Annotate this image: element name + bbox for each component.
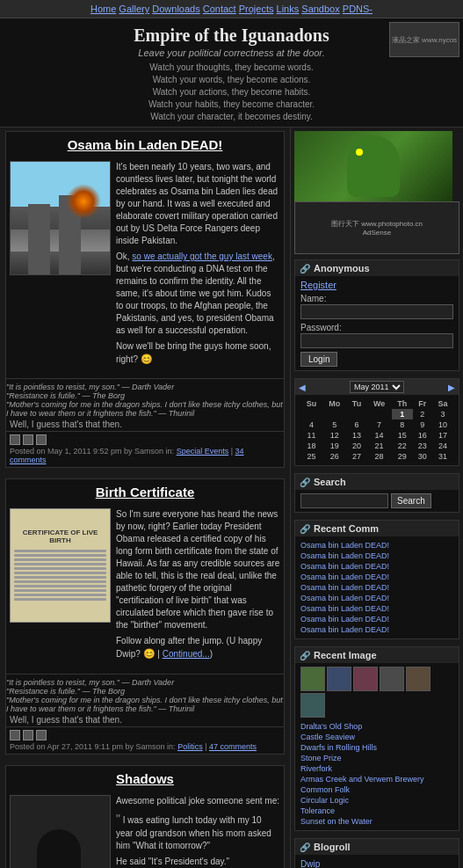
page-layout: Osama bin Laden DEAD! It's been nearly 1… [0,128,463,868]
recent-comments-content: Osama bin Laden DEAD! Osama bin Laden DE… [295,536,459,638]
post3-title: Shadows [6,766,284,791]
cal-header-sa: Sa [432,398,453,409]
cal-header-mo: Mo [322,398,347,409]
search-widget-content: Search [295,490,459,512]
recent-comment-5[interactable]: Osama bin Laden DEAD! [300,582,453,593]
recent-img-label-5[interactable]: Riverfork [300,763,453,774]
recent-img-label-7[interactable]: Common Folk [300,784,453,795]
post-icon-2 [23,434,33,445]
nav-contact[interactable]: Contact [203,4,236,14]
recent-img-label-2[interactable]: Castle Seaview [300,732,453,742]
nav-gallery[interactable]: Gallery [119,4,149,14]
recent-img-label-9[interactable]: Tolerance [300,806,453,816]
recent-comment-4[interactable]: Osama bin Laden DEAD! [300,572,453,582]
password-input[interactable] [300,333,453,348]
recent-comment-8[interactable]: Osama bin Laden DEAD! [300,614,453,624]
main-content: Osama bin Laden DEAD! It's been nearly 1… [0,128,290,868]
recent-comment-6[interactable]: Osama bin Laden DEAD! [300,593,453,603]
calendar-content: Su Mo Tu We Th Fr Sa 1 [295,395,459,465]
post1-body: It's been nearly 10 years, two wars, and… [6,157,284,373]
recent-img-label-8[interactable]: Circular Logic [300,795,453,806]
search-button[interactable]: Search [391,493,431,508]
blogroll-widget: Blogroll Dwip Klaum Conner & Family Kils… [294,838,459,868]
recent-img-6[interactable] [300,693,325,718]
recent-comment-7[interactable]: Osama bin Laden DEAD! [300,603,453,614]
search-widget-title: Search [295,474,459,490]
nav-sandbox[interactable]: Sandbox [301,4,339,14]
nav-downloads[interactable]: Downloads [152,4,199,14]
shadow-image [10,795,111,868]
recent-img-label-10[interactable]: Sunset on the Water [300,816,453,827]
search-widget: Search Search [294,473,459,513]
recent-img-2[interactable] [327,667,351,691]
post-osama: Osama bin Laden DEAD! It's been nearly 1… [5,131,285,468]
post3-image [10,795,111,868]
name-input[interactable] [300,304,453,319]
post2-comments-link[interactable]: 47 comments [209,742,257,751]
recent-comment-1[interactable]: Osama bin Laden DEAD! [300,540,453,551]
smoke-effect [66,184,101,219]
post-shadows: Shadows Awesome political joke someone s… [5,765,285,868]
iguana-eye [356,149,363,156]
calendar-header: ◀ May 2011 ▶ [295,379,459,395]
login-button[interactable]: Login [300,352,337,367]
recent-comments-list: Osama bin Laden DEAD! Osama bin Laden DE… [300,540,453,635]
cal-row-2: 456 78910 [300,419,453,430]
post1-quote: "It is pointless to resist, my son." — D… [6,378,284,418]
recent-comment-9[interactable]: Osama bin Laden DEAD! [300,624,453,635]
birth-cert-image: CERTIFICATE OF LIVE BIRTH [10,508,111,623]
post1-title: Osama bin Laden DEAD! [6,132,284,157]
recent-img-4[interactable] [380,667,404,691]
cal-row-3: 111213 14151617 [300,430,453,441]
blogroll-title: Blogroll [295,839,459,855]
nav-pdns[interactable]: PDNS- [343,4,373,14]
calendar-widget: ◀ May 2011 ▶ Su Mo Tu We Th Fr [294,378,459,466]
recent-comment-2[interactable]: Osama bin Laden DEAD! [300,551,453,561]
recent-img-3[interactable] [353,667,378,691]
post2-image: CERTIFICATE OF LIVE BIRTH [10,508,111,664]
sidebar: 图行天下 www.photophoto.cnAdSense Anonymous … [290,128,463,868]
recent-img-1[interactable] [300,667,325,691]
post2-icons [10,730,280,740]
recent-images-list: Dralta's Old Shop Castle Seaview Dwarfs … [300,721,453,827]
cal-next[interactable]: ▶ [448,383,455,392]
post-icon-4 [10,730,20,740]
nav-projects[interactable]: Projects [239,4,274,14]
register-link[interactable]: Register [300,280,336,290]
recent-img-label-3[interactable]: Dwarfs in Rolling Hills [300,742,453,753]
calendar-table: Su Mo Tu We Th Fr Sa 1 [300,398,453,462]
cal-row-4: 181920 21222324 [300,441,453,451]
recent-img-5[interactable] [406,667,430,691]
recent-img-label-6[interactable]: Armas Creek and Verwem Brewery [300,774,453,784]
post2-category[interactable]: Politics [177,742,203,751]
post1-posted: Posted on May 1, 2011 9:52 pm by Samson … [10,447,177,456]
sidebar-ad-banner: 图行天下 www.photophoto.cnAdSense [294,201,459,254]
nav-links[interactable]: Links [277,4,300,14]
recent-img-label-1[interactable]: Dralta's Old Shop [300,721,453,732]
name-label: Name: [300,294,453,303]
top-navigation: Home Gallery Downloads Contact Projects … [0,0,463,18]
blogroll-item-1[interactable]: Dwip [300,858,453,868]
post-icon-1 [10,434,20,445]
post1-meta: Posted on May 1, 2011 9:52 pm by Samson … [6,431,284,467]
cal-prev[interactable]: ◀ [299,383,306,392]
recent-images-widget: Recent Image Dralta's Old Shop Castle Se… [294,646,459,831]
site-header: 液晶之家 www.nycos Empire of the Iguanadons … [0,18,463,128]
nav-home[interactable]: Home [90,4,116,14]
cal-header-we: We [366,398,391,409]
search-input[interactable] [300,493,388,508]
iguana-body [347,135,400,197]
shadow-person-shape [37,829,81,868]
cal-month-select[interactable]: May 2011 [350,381,404,393]
cal-row-1: 1 23 [300,409,453,419]
post1-category[interactable]: Special Events [177,447,229,456]
post3-body: Awesome political joke someone sent me: … [6,791,284,868]
post2-body: CERTIFICATE OF LIVE BIRTH [6,505,284,667]
header-motto: Watch your thoughts, they become words. … [4,62,459,123]
cal-day-today[interactable]: 1 [392,409,413,419]
recent-comment-3[interactable]: Osama bin Laden DEAD! [300,561,453,572]
post1-well: Well, I guess that's that then. [6,418,284,431]
anonymous-widget-title: Anonymous [295,260,459,276]
header-ad-banner: 液晶之家 www.nycos [389,22,459,57]
recent-img-label-4[interactable]: Stone Prize [300,753,453,763]
